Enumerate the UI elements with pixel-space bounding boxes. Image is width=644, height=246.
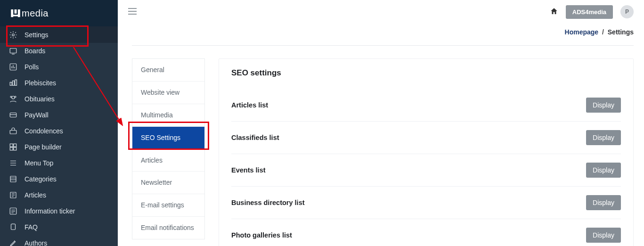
polls-icon bbox=[8, 62, 18, 72]
paywall-icon bbox=[8, 110, 18, 120]
sidebar-item-boards[interactable]: Boards bbox=[0, 43, 118, 59]
brand[interactable]: media bbox=[0, 0, 118, 26]
svg-point-7 bbox=[10, 96, 12, 98]
display-button[interactable]: Display bbox=[586, 163, 621, 178]
seo-row-label: Events list bbox=[231, 166, 266, 174]
sidebar-item-label: Information ticker bbox=[24, 207, 75, 215]
breadcrumb-home[interactable]: Homepage bbox=[565, 28, 599, 36]
sidebar-item-label: Obituaries bbox=[24, 95, 55, 103]
sidebar-item-authors[interactable]: Authors bbox=[0, 235, 118, 246]
subnav-item-articles[interactable]: Articles bbox=[132, 149, 204, 172]
ticker-icon bbox=[8, 206, 18, 216]
categories-icon bbox=[8, 174, 18, 184]
sidebar-item-label: Menu Top bbox=[24, 159, 53, 167]
svg-rect-13 bbox=[10, 148, 13, 150]
subnav-item-email-notifications[interactable]: Email notifications bbox=[132, 217, 204, 239]
sidebar-item-articles[interactable]: Articles bbox=[0, 187, 118, 203]
seo-row-label: Photo galleries list bbox=[231, 231, 292, 239]
breadcrumb: Homepage / Settings bbox=[565, 28, 634, 36]
svg-point-0 bbox=[12, 33, 15, 36]
svg-rect-14 bbox=[14, 148, 16, 150]
svg-rect-10 bbox=[10, 131, 16, 134]
gear-icon bbox=[8, 30, 18, 40]
account-badge[interactable]: ADS4media bbox=[566, 5, 613, 19]
divider bbox=[132, 45, 634, 46]
nav-list: SettingsBoardsPollsPlebiscitesObituaries… bbox=[0, 26, 118, 246]
articles-icon bbox=[8, 190, 18, 200]
subnav-item-website-view[interactable]: Website view bbox=[132, 82, 204, 104]
avatar[interactable]: P bbox=[620, 5, 634, 18]
sidebar-item-label: FAQ bbox=[24, 223, 38, 231]
subnav-item-general[interactable]: General bbox=[132, 59, 204, 82]
display-button[interactable]: Display bbox=[586, 195, 621, 210]
sidebar-item-faq[interactable]: FAQ bbox=[0, 219, 118, 235]
subnav-item-seo-settings[interactable]: SEO Settings bbox=[132, 127, 204, 149]
sidebar-item-label: Condolences bbox=[24, 127, 63, 135]
seo-row: Photo galleries listDisplay bbox=[231, 219, 621, 246]
sidebar: media SettingsBoardsPollsPlebiscitesObit… bbox=[0, 0, 118, 246]
sidebar-item-label: Authors bbox=[24, 239, 47, 246]
seo-row-label: Business directory list bbox=[231, 199, 305, 206]
seo-row: Events listDisplay bbox=[231, 154, 621, 187]
sidebar-item-menu-top[interactable]: Menu Top bbox=[0, 155, 118, 171]
sidebar-item-page-builder[interactable]: Page builder bbox=[0, 139, 118, 155]
svg-rect-9 bbox=[10, 113, 16, 117]
breadcrumb-separator: / bbox=[600, 28, 606, 36]
brand-logo-icon bbox=[9, 7, 22, 19]
svg-rect-15 bbox=[10, 176, 16, 182]
seo-row: Business directory listDisplay bbox=[231, 187, 621, 219]
sidebar-item-label: Plebiscites bbox=[24, 79, 56, 87]
seo-row-label: Articles list bbox=[231, 101, 268, 109]
sidebar-item-obituaries[interactable]: Obituaries bbox=[0, 91, 118, 107]
seo-row: Classifieds listDisplay bbox=[231, 122, 621, 154]
svg-rect-4 bbox=[13, 81, 15, 86]
hamburger-icon[interactable] bbox=[128, 8, 137, 16]
seo-settings-card: SEO settings Articles listDisplayClassif… bbox=[219, 58, 634, 246]
obituaries-icon bbox=[8, 94, 18, 104]
svg-rect-5 bbox=[15, 80, 17, 85]
seo-row: Articles listDisplay bbox=[231, 89, 621, 122]
sidebar-item-label: Articles bbox=[24, 191, 46, 199]
svg-rect-3 bbox=[10, 82, 12, 86]
card-title: SEO settings bbox=[231, 68, 621, 78]
subnav-item-multimedia[interactable]: Multimedia bbox=[132, 104, 204, 127]
sidebar-item-label: Settings bbox=[24, 31, 49, 39]
seo-row-label: Classifieds list bbox=[231, 134, 279, 141]
sidebar-item-label: PayWall bbox=[24, 111, 49, 119]
condolences-icon bbox=[8, 126, 18, 136]
brand-text: media bbox=[22, 8, 49, 19]
svg-rect-18 bbox=[11, 224, 16, 230]
subnav-item-newsletter[interactable]: Newsletter bbox=[132, 172, 204, 194]
sidebar-item-information-ticker[interactable]: Information ticker bbox=[0, 203, 118, 219]
sidebar-item-paywall[interactable]: PayWall bbox=[0, 107, 118, 123]
authors-icon bbox=[8, 238, 18, 246]
plebiscites-icon bbox=[8, 78, 18, 88]
svg-rect-17 bbox=[10, 208, 16, 214]
sidebar-item-categories[interactable]: Categories bbox=[0, 171, 118, 187]
sidebar-item-polls[interactable]: Polls bbox=[0, 59, 118, 75]
subnav-item-e-mail-settings[interactable]: E-mail settings bbox=[132, 194, 204, 217]
sidebar-item-label: Boards bbox=[24, 47, 45, 55]
sidebar-item-label: Polls bbox=[24, 63, 39, 71]
sidebar-item-settings[interactable]: Settings bbox=[0, 26, 118, 43]
display-button[interactable]: Display bbox=[586, 98, 621, 113]
svg-point-6 bbox=[12, 96, 15, 99]
display-button[interactable]: Display bbox=[586, 130, 621, 145]
sidebar-item-label: Page builder bbox=[24, 143, 62, 151]
sidebar-item-label: Categories bbox=[24, 175, 57, 183]
faq-icon bbox=[8, 222, 18, 232]
display-button[interactable]: Display bbox=[586, 228, 621, 243]
svg-rect-12 bbox=[14, 144, 16, 147]
menu-icon bbox=[8, 158, 18, 168]
svg-point-8 bbox=[15, 96, 16, 98]
topbar: ADS4media P bbox=[118, 0, 644, 24]
sidebar-item-condolences[interactable]: Condolences bbox=[0, 123, 118, 139]
svg-rect-1 bbox=[10, 49, 16, 53]
settings-subnav: GeneralWebsite viewMultimediaSEO Setting… bbox=[132, 58, 205, 239]
pagebuilder-icon bbox=[8, 142, 18, 152]
svg-rect-11 bbox=[10, 144, 13, 147]
breadcrumb-current: Settings bbox=[608, 28, 634, 36]
sidebar-item-plebiscites[interactable]: Plebiscites bbox=[0, 75, 118, 91]
home-icon[interactable] bbox=[550, 7, 558, 17]
board-icon bbox=[8, 46, 18, 56]
